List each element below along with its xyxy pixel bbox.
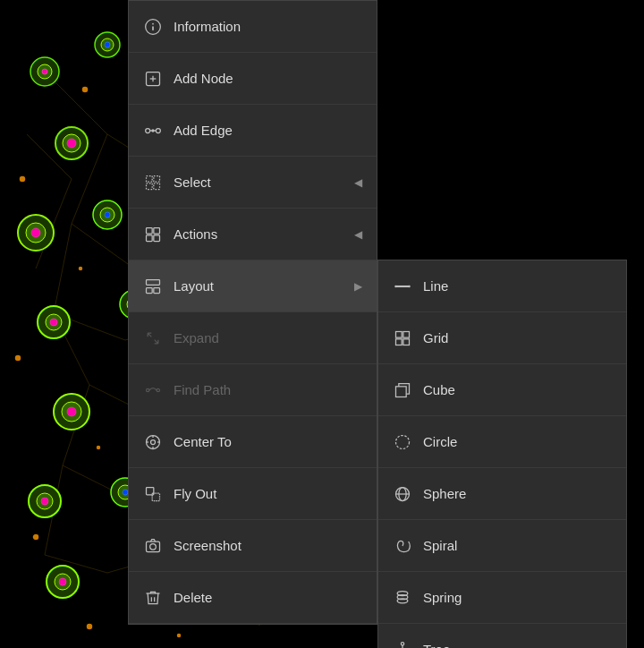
submenu-label-tree: Tree	[423, 642, 450, 648]
svg-rect-138	[147, 234, 153, 241]
line-icon	[393, 277, 412, 296]
svg-point-103	[19, 175, 26, 183]
menu-label-information: Information	[174, 19, 362, 34]
submenu-label-sphere: Sphere	[423, 486, 466, 501]
submenu-item-spring[interactable]: Spring	[378, 572, 626, 624]
grid-icon	[393, 328, 412, 348]
svg-point-32	[42, 69, 47, 74]
menu-item-fly-out[interactable]: Fly Out	[129, 468, 377, 520]
context-menu: Information Add Node Add Edge Select ◀	[128, 0, 377, 625]
svg-point-53	[31, 228, 40, 237]
menu-item-expand: Expand	[129, 312, 377, 364]
svg-rect-153	[147, 541, 160, 552]
svg-line-19	[63, 465, 116, 492]
svg-rect-158	[396, 331, 402, 337]
tree-icon	[393, 640, 412, 649]
submenu-item-spiral[interactable]: Spiral	[378, 520, 626, 572]
svg-point-131	[151, 129, 154, 132]
circle-icon	[393, 432, 412, 452]
svg-point-120	[176, 633, 182, 638]
menu-label-add-node: Add Node	[174, 71, 362, 86]
add-node-icon	[143, 69, 163, 89]
svg-point-56	[105, 212, 110, 217]
svg-rect-161	[403, 338, 410, 345]
svg-point-74	[67, 407, 76, 416]
svg-point-35	[105, 42, 110, 47]
submenu-item-circle[interactable]: Circle	[378, 416, 626, 468]
svg-rect-132	[147, 175, 153, 182]
menu-label-layout: Layout	[174, 278, 343, 294]
menu-item-delete[interactable]: Delete	[129, 572, 377, 624]
svg-rect-159	[403, 331, 410, 337]
svg-rect-142	[154, 287, 160, 293]
svg-rect-135	[154, 183, 160, 189]
svg-rect-160	[396, 338, 402, 345]
svg-point-170	[401, 642, 403, 644]
context-menu-wrapper: Information Add Node Add Edge Select ◀	[128, 0, 377, 625]
menu-item-center-to[interactable]: Center To	[129, 416, 377, 468]
submenu-item-sphere[interactable]: Sphere	[378, 468, 626, 520]
svg-rect-133	[154, 175, 160, 182]
screenshot-icon	[143, 536, 163, 556]
spiral-icon	[393, 536, 412, 556]
svg-point-143	[147, 388, 149, 391]
svg-rect-139	[154, 234, 160, 241]
menu-item-actions[interactable]: Actions ◀	[129, 209, 377, 260]
svg-point-146	[151, 439, 156, 444]
menu-label-select: Select	[174, 175, 343, 190]
svg-rect-162	[396, 386, 407, 396]
submenu-item-line[interactable]: Line	[378, 260, 626, 312]
sphere-icon	[393, 484, 412, 504]
svg-point-41	[67, 139, 76, 148]
menu-item-screenshot[interactable]: Screenshot	[129, 520, 377, 572]
menu-label-screenshot: Screenshot	[174, 538, 362, 553]
menu-label-fly-out: Fly Out	[174, 486, 362, 501]
actions-icon	[143, 225, 163, 244]
menu-item-add-node[interactable]: Add Node	[129, 53, 377, 105]
submenu-item-grid[interactable]: Grid	[378, 312, 626, 364]
layout-arrow-right: ▶	[354, 280, 362, 293]
svg-point-112	[96, 445, 101, 450]
menu-label-center-to: Center To	[174, 434, 362, 449]
menu-label-expand: Expand	[174, 330, 362, 345]
submenu-label-circle: Circle	[423, 434, 457, 449]
submenu-label-line: Line	[423, 278, 448, 294]
svg-point-65	[50, 319, 57, 326]
menu-label-actions: Actions	[174, 226, 343, 242]
add-edge-icon	[143, 121, 163, 141]
svg-line-9	[72, 224, 134, 269]
svg-rect-137	[154, 227, 160, 234]
svg-point-99	[81, 86, 89, 93]
menu-label-find-path: Find Path	[174, 382, 362, 397]
layout-icon	[143, 277, 163, 296]
submenu-label-cube: Cube	[423, 382, 455, 397]
menu-item-information[interactable]: Information	[129, 1, 377, 53]
svg-point-106	[78, 266, 83, 271]
svg-point-144	[157, 388, 159, 391]
expand-icon	[143, 328, 163, 348]
submenu-item-cube[interactable]: Cube	[378, 364, 626, 416]
submenu-label-spring: Spring	[423, 590, 462, 605]
menu-item-select[interactable]: Select ◀	[129, 157, 377, 209]
info-icon	[143, 17, 163, 37]
svg-point-163	[396, 435, 410, 448]
svg-point-154	[150, 543, 157, 550]
menu-item-layout[interactable]: Layout ▶	[129, 260, 377, 312]
spring-icon	[393, 588, 412, 608]
find-path-icon	[143, 380, 163, 400]
cube-icon	[393, 380, 412, 400]
layout-submenu: Line Grid Cube Circle	[377, 260, 627, 648]
delete-icon	[143, 588, 163, 608]
center-to-icon	[143, 432, 163, 452]
svg-rect-141	[147, 287, 153, 293]
fly-out-icon	[143, 484, 163, 504]
svg-rect-140	[147, 279, 160, 285]
svg-point-109	[14, 354, 21, 362]
svg-point-92	[59, 578, 66, 585]
menu-item-add-edge[interactable]: Add Edge	[129, 105, 377, 157]
svg-point-128	[146, 128, 150, 132]
menu-item-find-path: Find Path	[129, 364, 377, 416]
svg-rect-136	[147, 227, 153, 234]
submenu-item-tree[interactable]: Tree	[378, 624, 626, 648]
svg-point-157	[408, 285, 411, 287]
